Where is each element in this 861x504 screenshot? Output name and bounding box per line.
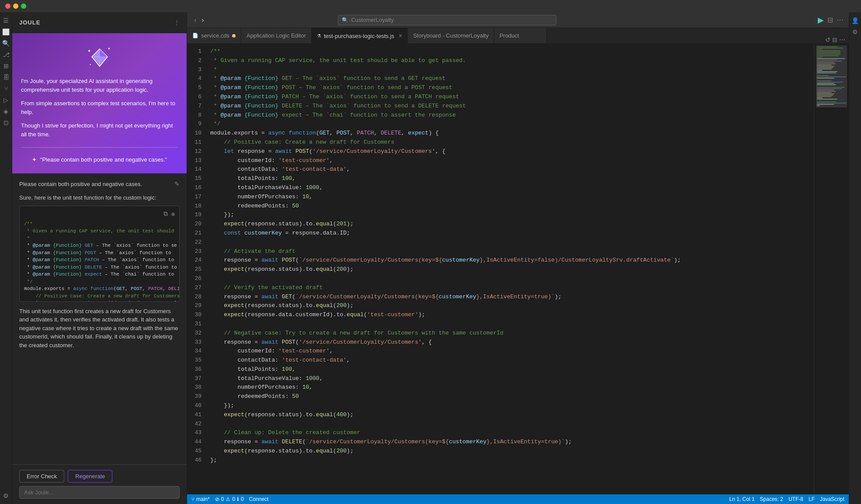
regenerate-button[interactable]: Regenerate xyxy=(68,470,112,483)
top-nav-bar: ‹ › 🔍 CustomerLoyalty ▶ ⊟ ⋯ xyxy=(187,12,849,28)
code-block-toolbar: ⧉ ⊕ xyxy=(24,211,175,218)
editor-line-16: totalPurchaseValue: 1000, xyxy=(210,183,814,193)
maximize-button[interactable] xyxy=(21,3,26,9)
settings-bottom-icon[interactable]: ⚙ xyxy=(1,491,11,501)
joule-input[interactable] xyxy=(24,489,175,496)
top-right-actions: ▶ ⊟ ⋯ xyxy=(818,15,844,25)
search-text: CustomerLoyalty xyxy=(351,17,394,23)
editor-line-11: // Positive case: Create a new draft for… xyxy=(210,138,814,147)
menu-icon[interactable]: ☰ xyxy=(1,16,11,25)
code-line-11: // Positive case: Create a new draft for… xyxy=(24,293,175,300)
joule-intro-text2: From simple assertions to complex test s… xyxy=(21,99,178,116)
user-message-text: Please contain both positive and negativ… xyxy=(19,180,171,188)
status-errors[interactable]: ⊘ 0 ⚠ 0 ℹ 0 xyxy=(215,496,244,502)
tab-storyboard[interactable]: Storyboard - CustomerLoyalty xyxy=(408,28,494,43)
code-editor[interactable]: /** * Given a running CAP service, the u… xyxy=(207,44,814,494)
insert-icon[interactable]: ⊕ xyxy=(171,211,175,218)
joule-menu-icon[interactable]: ⋮ xyxy=(174,19,180,26)
more-icon[interactable]: ⋯ xyxy=(837,16,844,24)
status-line-ending[interactable]: LF xyxy=(809,496,815,502)
terminal-icon[interactable]: ⊡ xyxy=(1,118,11,128)
tab-product-label: Product xyxy=(500,32,519,39)
files-icon[interactable]: ⬜ xyxy=(1,27,11,37)
tab-service-cds-label: service.cds xyxy=(201,32,229,39)
tab-more-icon[interactable]: ⋯ xyxy=(839,36,845,43)
status-position[interactable]: Ln 1, Col 1 xyxy=(729,496,755,502)
tab-app-logic-label: Application Logic Editor xyxy=(246,32,306,39)
source-control-icon[interactable]: ⎇ xyxy=(1,50,11,59)
tab-service-cds[interactable]: 📄 service.cds xyxy=(187,28,241,43)
editor-line-37: totalPurchaseValue: 1000, xyxy=(210,374,814,383)
joule-chat-area[interactable]: Please contain both positive and negativ… xyxy=(12,173,187,464)
close-button[interactable] xyxy=(5,3,10,9)
forward-arrow[interactable]: › xyxy=(200,15,205,25)
editor-line-39: redeemedPoints: 50 xyxy=(210,392,814,401)
tab-modified-dot xyxy=(232,34,236,38)
error-icon: ⊘ xyxy=(215,496,219,502)
tab-test-close[interactable]: × xyxy=(399,32,402,39)
main-content: ‹ › 🔍 CustomerLoyalty ▶ ⊟ ⋯ 📄 service.cd… xyxy=(187,12,849,504)
right-settings-icon[interactable]: ⚙ xyxy=(851,27,860,37)
tab-split-icon[interactable]: ⊟ xyxy=(832,36,837,43)
code-line-3: * xyxy=(24,235,175,242)
bot-icon[interactable]: ◈ xyxy=(1,107,11,116)
right-avatar-icon[interactable]: 👤 xyxy=(851,16,860,25)
warning-count: 0 xyxy=(232,496,235,502)
minimize-button[interactable] xyxy=(13,3,18,9)
svg-text:✦: ✦ xyxy=(87,48,91,53)
editor-area: 1 2 3 4 5 6 7 8 9 10 11 12 13 14 15 16 1… xyxy=(187,44,849,494)
connect-label: Connect xyxy=(249,496,269,502)
tab-product[interactable]: Product xyxy=(494,28,547,43)
editor-line-18: redeemedPoints: 50 xyxy=(210,202,814,211)
status-right: Ln 1, Col 1 Spaces: 2 UTF-8 LF JavaScrip… xyxy=(729,496,844,502)
tab-app-logic-editor[interactable]: Application Logic Editor xyxy=(241,28,312,43)
editor-line-41: expect(response.status).to.equal(400); xyxy=(210,411,814,420)
tab-history-icon[interactable]: ↺ xyxy=(825,36,830,43)
editor-line-30: expect(response.data.customerId).to.equa… xyxy=(210,311,814,320)
git-icon[interactable]: ⑂ xyxy=(1,84,11,93)
status-connect[interactable]: Connect xyxy=(249,496,269,502)
joule-action-buttons: Error Check Regenerate xyxy=(19,470,180,483)
status-spaces[interactable]: Spaces: 2 xyxy=(760,496,783,502)
code-line-12: let response = await POST('/service/Cust… xyxy=(24,300,175,302)
joule-input-area xyxy=(19,486,180,499)
editor-line-14: contactData: 'test-contact-data', xyxy=(210,165,814,174)
code-line-9: */ xyxy=(24,278,175,286)
warning-icon: ⚠ xyxy=(226,496,230,502)
database-icon[interactable]: 🗄 xyxy=(1,72,11,82)
svg-text:✦: ✦ xyxy=(108,47,111,51)
tab-test-file[interactable]: ⚗ test-purchases-logic-tests.js × xyxy=(312,28,408,43)
title-bar xyxy=(0,0,861,12)
search-bar[interactable]: 🔍 CustomerLoyalty xyxy=(338,15,556,25)
search-icon[interactable]: 🔍 xyxy=(1,38,11,48)
minimap xyxy=(814,44,849,494)
editor-line-40: }); xyxy=(210,401,814,411)
status-language[interactable]: JavaScript xyxy=(820,496,844,502)
tabs-bar: 📄 service.cds Application Logic Editor ⚗… xyxy=(187,28,849,44)
debug-icon[interactable]: ▷ xyxy=(1,95,11,105)
status-encoding[interactable]: UTF-8 xyxy=(788,496,803,502)
editor-line-3: * xyxy=(210,66,814,75)
svg-text:✦: ✦ xyxy=(89,63,91,66)
error-check-button[interactable]: Error Check xyxy=(19,470,64,483)
joule-divider xyxy=(21,147,178,148)
edit-icon[interactable]: ✎ xyxy=(174,180,180,187)
editor-line-26 xyxy=(210,274,814,283)
minimap-content xyxy=(814,44,849,109)
editor-line-13: customerId: 'test-customer', xyxy=(210,156,814,166)
back-arrow[interactable]: ‹ xyxy=(192,15,198,25)
code-line-6: * @param {Function} PATCH – The `axios` … xyxy=(24,256,175,264)
extensions-icon[interactable]: ⊞ xyxy=(1,61,11,71)
copy-icon[interactable]: ⧉ xyxy=(163,211,168,218)
tab-storyboard-label: Storyboard - CustomerLoyalty xyxy=(413,32,489,39)
editor-line-9: */ xyxy=(210,120,814,129)
run-icon[interactable]: ▶ xyxy=(818,15,824,25)
summary-text: This unit test function first creates a … xyxy=(19,307,180,350)
editor-line-46: }; xyxy=(210,456,814,465)
editor-line-25: expect(response.status).to.equal(200); xyxy=(210,265,814,274)
split-icon[interactable]: ⊟ xyxy=(827,16,833,24)
status-branch[interactable]: ⑂ main* xyxy=(191,496,210,502)
editor-line-17: numberOfPurchases: 10, xyxy=(210,193,814,202)
code-line-5: * @param {Function} POST – The `axios` f… xyxy=(24,249,175,257)
editor-line-28: response = await GET(`/service/CustomerL… xyxy=(210,293,814,302)
